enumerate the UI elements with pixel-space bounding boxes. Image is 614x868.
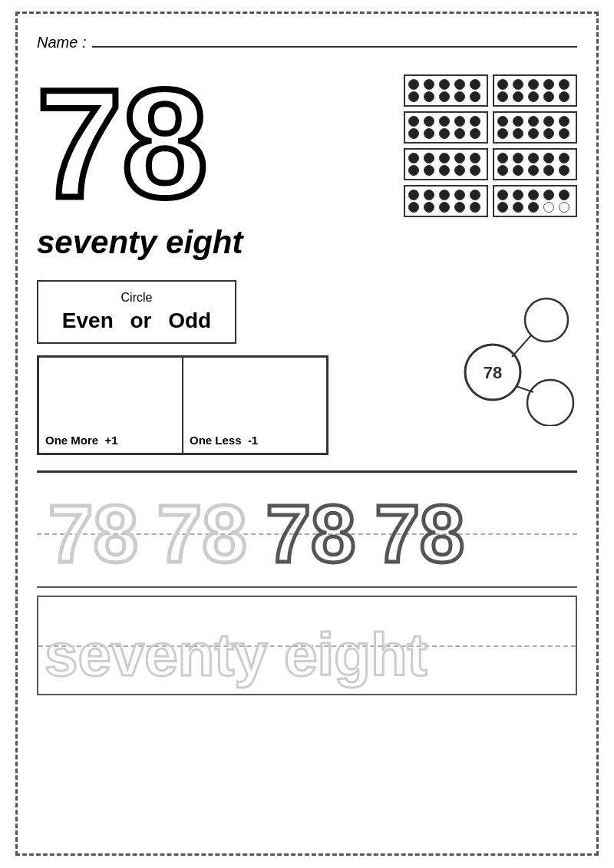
dot — [543, 165, 554, 176]
top-section: 78 seventy eight — [37, 67, 577, 261]
circle-even-odd-box: Circle Even or Odd — [37, 280, 236, 344]
dot — [408, 128, 419, 139]
dot — [439, 153, 450, 163]
dot — [408, 79, 419, 90]
dot — [543, 153, 554, 163]
dot — [528, 116, 539, 127]
circle-options: Even or Odd — [54, 309, 220, 333]
dot — [528, 202, 539, 213]
name-label: Name : — [37, 34, 86, 51]
trace-number-1[interactable]: 78 — [48, 488, 138, 580]
dot — [439, 202, 450, 213]
dot-box-8 — [493, 185, 577, 217]
dot — [513, 116, 523, 127]
dot — [424, 165, 434, 176]
dot — [497, 202, 508, 213]
dot — [424, 91, 434, 102]
svg-line-4 — [512, 335, 531, 357]
dot — [497, 91, 508, 102]
dot — [543, 116, 554, 127]
dot — [470, 190, 480, 200]
word-tracing-area: seventy eight — [37, 596, 577, 695]
dot — [439, 128, 450, 139]
dot — [497, 153, 508, 163]
dot — [497, 79, 508, 90]
dot — [439, 190, 450, 200]
dot-box-1 — [404, 74, 488, 107]
dot — [528, 128, 539, 139]
dot — [424, 190, 434, 200]
dot — [424, 202, 434, 213]
dot-arrays — [404, 74, 577, 217]
more-less-box: One More +1 One Less -1 — [37, 355, 328, 455]
dot — [454, 153, 465, 163]
dot — [559, 153, 569, 163]
middle-section: Circle Even or Odd One More +1 One Less … — [37, 280, 577, 455]
trace-word[interactable]: seventy eight — [45, 620, 427, 690]
trace-number-3[interactable]: 78 — [266, 488, 356, 580]
dot — [513, 202, 523, 213]
dot — [543, 91, 554, 102]
dot — [408, 202, 419, 213]
dot-box-6 — [493, 148, 577, 180]
left-boxes: Circle Even or Odd One More +1 One Less … — [37, 280, 408, 455]
dot — [513, 165, 523, 176]
dot-empty — [543, 202, 554, 213]
dot — [470, 128, 480, 139]
trace-number-4[interactable]: 78 — [375, 488, 464, 580]
dot — [470, 79, 480, 90]
dot — [528, 190, 539, 200]
dot — [439, 165, 450, 176]
svg-point-3 — [527, 380, 573, 426]
dot — [408, 165, 419, 176]
circle-label: Circle — [54, 291, 220, 305]
even-option[interactable]: Even — [62, 309, 114, 333]
dot — [470, 202, 480, 213]
trace-numbers-row: 78 78 78 78 — [37, 480, 577, 588]
dot — [559, 128, 569, 139]
name-row: Name : — [37, 29, 577, 51]
dot — [528, 165, 539, 176]
dot — [454, 116, 465, 127]
name-input-line[interactable] — [92, 29, 577, 48]
dot-box-7 — [404, 185, 488, 217]
dot — [497, 116, 508, 127]
dot — [454, 79, 465, 90]
one-more-cell[interactable]: One More +1 — [38, 357, 183, 454]
dot — [497, 128, 508, 139]
dot — [497, 165, 508, 176]
number-bond-diagram: 78 — [424, 288, 577, 426]
dot — [424, 116, 434, 127]
one-less-cell[interactable]: One Less -1 — [183, 357, 327, 454]
dot — [470, 116, 480, 127]
odd-option[interactable]: Odd — [168, 309, 211, 333]
dot — [543, 190, 554, 200]
dot — [513, 153, 523, 163]
dot — [408, 190, 419, 200]
dot — [528, 79, 539, 90]
number-tracing-area: 78 78 78 78 — [37, 480, 577, 588]
dot-box-4 — [493, 111, 577, 144]
worksheet-page: Name : 78 seventy eight — [15, 12, 599, 856]
dot — [543, 128, 554, 139]
dot — [513, 79, 523, 90]
dot — [513, 190, 523, 200]
svg-text:78: 78 — [484, 363, 502, 382]
dot — [408, 91, 419, 102]
dot — [470, 165, 480, 176]
dot — [559, 116, 569, 127]
number-word: seventy eight — [37, 224, 404, 261]
dot-box-3 — [404, 111, 488, 144]
dot — [513, 128, 523, 139]
dot — [439, 79, 450, 90]
dot — [439, 91, 450, 102]
dot — [470, 153, 480, 163]
dot-box-2 — [493, 74, 577, 107]
dot — [408, 116, 419, 127]
trace-number-2[interactable]: 78 — [157, 488, 247, 580]
dot — [439, 116, 450, 127]
dot — [424, 153, 434, 163]
dot — [559, 91, 569, 102]
dot — [454, 91, 465, 102]
dot — [497, 190, 508, 200]
